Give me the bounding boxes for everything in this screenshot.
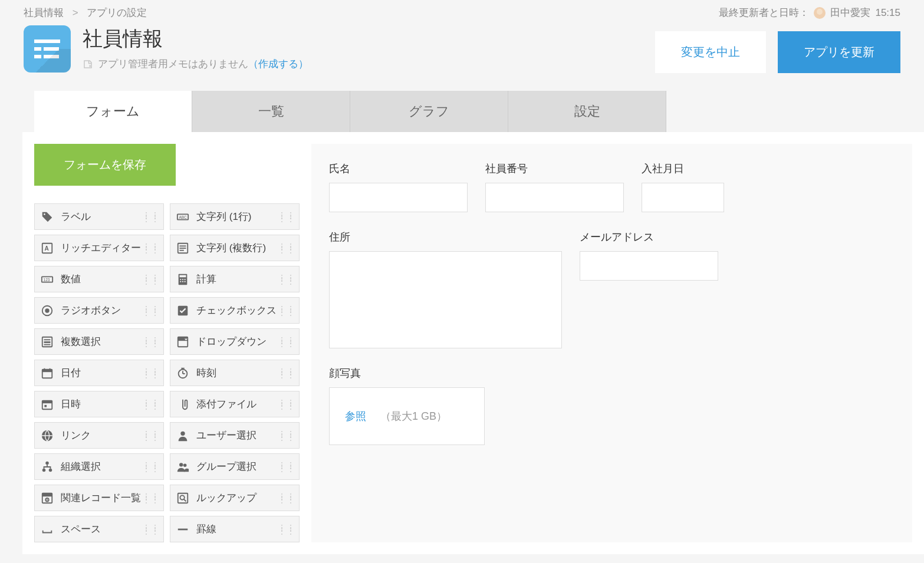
svg-text:ABC: ABC: [179, 215, 188, 219]
svg-line-52: [184, 499, 186, 501]
last-updated-time: 15:15: [875, 7, 900, 19]
svg-point-42: [42, 468, 46, 472]
palette-item-label: 文字列 (複数行): [196, 241, 266, 255]
number-icon: 123: [41, 273, 54, 286]
memo-create-link[interactable]: （作成する）: [248, 57, 308, 71]
palette-radio[interactable]: ラジオボタン⋮⋮⋮⋮: [34, 297, 164, 324]
input-empno[interactable]: [485, 183, 624, 212]
grip-icon: ⋮⋮⋮⋮: [278, 307, 295, 314]
grip-icon: ⋮⋮⋮⋮: [142, 338, 160, 345]
palette-lookup[interactable]: ルックアップ⋮⋮⋮⋮: [170, 485, 300, 511]
text-multi-icon: [176, 242, 189, 255]
palette-item-label: 組織選択: [61, 460, 101, 473]
field-label-name: 氏名: [329, 162, 468, 176]
palette-text-single[interactable]: ABC 文字列 (1行)⋮⋮⋮⋮: [170, 203, 300, 230]
breadcrumb-root[interactable]: 社員情報: [24, 7, 64, 18]
palette-hr[interactable]: 罫線⋮⋮⋮⋮: [170, 516, 300, 542]
palette-checkbox[interactable]: チェックボックス⋮⋮⋮⋮: [170, 297, 300, 324]
palette-number[interactable]: 123 数値⋮⋮⋮⋮: [34, 266, 164, 292]
grip-icon: ⋮⋮⋮⋮: [278, 432, 295, 439]
tab-list[interactable]: 一覧: [192, 91, 350, 132]
avatar-icon: [814, 7, 826, 19]
svg-point-0: [44, 213, 45, 215]
palette-user-select[interactable]: ユーザー選択⋮⋮⋮⋮: [170, 422, 300, 449]
svg-point-40: [180, 431, 185, 435]
input-email[interactable]: [580, 251, 718, 281]
grip-icon: ⋮⋮⋮⋮: [142, 432, 160, 439]
palette-item-label: 文字列 (1行): [196, 210, 252, 223]
svg-point-13: [180, 278, 181, 279]
palette-org-select[interactable]: 組織選択⋮⋮⋮⋮: [34, 453, 164, 480]
user-icon: [176, 429, 189, 442]
grip-icon: ⋮⋮⋮⋮: [142, 495, 160, 502]
palette-item-label: 時刻: [196, 366, 216, 380]
palette-calc[interactable]: 計算⋮⋮⋮⋮: [170, 266, 300, 292]
textarea-address[interactable]: [329, 251, 562, 348]
tab-form[interactable]: フォーム: [34, 91, 192, 132]
svg-point-14: [182, 278, 183, 279]
field-palette: ラベル⋮⋮⋮⋮ ABC 文字列 (1行)⋮⋮⋮⋮ A リッチエディター⋮⋮⋮⋮ …: [34, 203, 300, 542]
browse-link[interactable]: 参照: [345, 409, 366, 423]
palette-item-label: ラベル: [61, 210, 91, 223]
palette-attachment[interactable]: 添付ファイル⋮⋮⋮⋮: [170, 391, 300, 417]
palette-item-label: 関連レコード一覧: [61, 491, 141, 505]
palette-text-multi[interactable]: 文字列 (複数行)⋮⋮⋮⋮: [170, 235, 300, 261]
svg-point-20: [45, 308, 49, 312]
space-icon: [41, 523, 54, 536]
input-joindate[interactable]: [642, 183, 724, 212]
tag-icon: [41, 210, 54, 223]
date-icon: [41, 367, 54, 380]
breadcrumb: 社員情報 > アプリの設定: [24, 6, 147, 19]
tab-settings[interactable]: 設定: [508, 91, 666, 132]
svg-rect-50: [178, 493, 188, 503]
max-size-note: （最大1 GB）: [380, 409, 447, 423]
svg-rect-37: [42, 400, 52, 403]
svg-point-49: [47, 499, 48, 500]
palette-group-select[interactable]: グループ選択⋮⋮⋮⋮: [170, 453, 300, 480]
memo-text: アプリ管理者用メモはありません: [98, 57, 248, 71]
grip-icon: ⋮⋮⋮⋮: [278, 245, 295, 252]
app-icon: [24, 25, 71, 73]
palette-label[interactable]: ラベル⋮⋮⋮⋮: [34, 203, 164, 230]
palette-time[interactable]: 時刻⋮⋮⋮⋮: [170, 360, 300, 386]
grip-icon: ⋮⋮⋮⋮: [142, 307, 160, 314]
palette-rich-editor[interactable]: A リッチエディター⋮⋮⋮⋮: [34, 235, 164, 261]
grip-icon: ⋮⋮⋮⋮: [142, 276, 160, 283]
palette-item-label: 複数選択: [61, 335, 101, 348]
grip-icon: ⋮⋮⋮⋮: [278, 338, 295, 345]
related-icon: [41, 492, 54, 505]
svg-point-15: [185, 278, 186, 279]
multi-select-icon: [41, 335, 54, 348]
memo-row: アプリ管理者用メモはありません （作成する）: [83, 57, 655, 71]
svg-point-45: [183, 463, 187, 467]
memo-icon: [83, 59, 93, 70]
tab-graph[interactable]: グラフ: [350, 91, 508, 132]
palette-space[interactable]: スペース⋮⋮⋮⋮: [34, 516, 164, 542]
cancel-button[interactable]: 変更を中止: [655, 31, 766, 73]
attachment-icon: [176, 398, 189, 411]
grip-icon: ⋮⋮⋮⋮: [278, 213, 295, 220]
palette-item-label: 日付: [61, 366, 81, 380]
svg-point-41: [45, 461, 49, 465]
palette-dropdown[interactable]: ドロップダウン⋮⋮⋮⋮: [170, 328, 300, 355]
org-icon: [41, 460, 54, 473]
lookup-icon: [176, 492, 189, 505]
attachment-box[interactable]: 参照 （最大1 GB）: [329, 387, 485, 445]
grip-icon: ⋮⋮⋮⋮: [278, 526, 295, 533]
palette-date[interactable]: 日付⋮⋮⋮⋮: [34, 360, 164, 386]
svg-point-18: [185, 281, 186, 282]
form-canvas[interactable]: 氏名 社員番号 入社月日 住所 メールアドレス: [311, 144, 912, 542]
svg-point-16: [180, 281, 181, 282]
grip-icon: ⋮⋮⋮⋮: [278, 276, 295, 283]
grip-icon: ⋮⋮⋮⋮: [142, 245, 160, 252]
palette-datetime[interactable]: 日時⋮⋮⋮⋮: [34, 391, 164, 417]
update-button[interactable]: アプリを更新: [778, 31, 900, 73]
palette-multi-select[interactable]: 複数選択⋮⋮⋮⋮: [34, 328, 164, 355]
input-name[interactable]: [329, 183, 468, 212]
save-form-button[interactable]: フォームを保存: [34, 144, 176, 186]
radio-icon: [41, 304, 54, 317]
palette-related[interactable]: 関連レコード一覧⋮⋮⋮⋮: [34, 485, 164, 511]
grip-icon: ⋮⋮⋮⋮: [278, 370, 295, 377]
field-label-photo: 顔写真: [329, 366, 485, 380]
palette-link[interactable]: リンク⋮⋮⋮⋮: [34, 422, 164, 449]
